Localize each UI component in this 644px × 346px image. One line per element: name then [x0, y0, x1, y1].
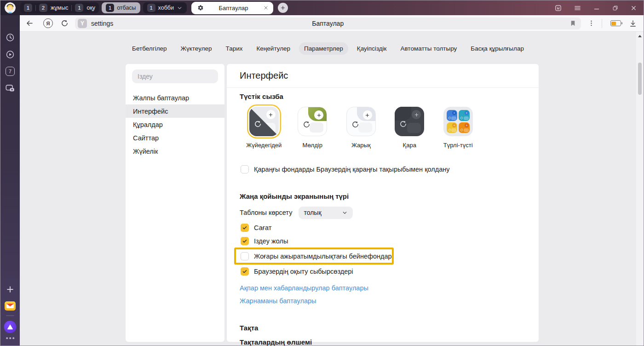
- history-icon[interactable]: [6, 33, 15, 42]
- page-title-center: Баптаулар: [75, 20, 581, 27]
- tab-group-3-label[interactable]: оқу: [86, 5, 95, 11]
- tableau-label: Таблоны көрсету: [240, 209, 292, 216]
- tab-autofill[interactable]: Автоматты толтыру: [395, 42, 462, 55]
- tabs-panel-icon[interactable]: [554, 4, 562, 12]
- scroll-up-arrow[interactable]: [638, 35, 642, 37]
- tab-group-1[interactable]: 1: [24, 4, 32, 12]
- option-label: Сағат: [254, 224, 271, 231]
- yandex-home-icon[interactable]: Я: [43, 18, 53, 28]
- active-tab-title: Баптаулар: [204, 5, 263, 12]
- settings-page: Бетбелгілер Жүктеулер Тарих Кеңейтулер П…: [20, 32, 644, 346]
- checkbox-unchecked[interactable]: [241, 165, 249, 173]
- plus-icon: [266, 110, 276, 119]
- browser-window: 1 2 жұмыс 1 оқу 1 отбасы 1 хобби Баптаул…: [0, 0, 644, 346]
- battery-icon[interactable]: [610, 20, 623, 26]
- checkbox-checked[interactable]: [241, 224, 249, 232]
- news-notifications-link[interactable]: Ақпар мен хабарландырулар баптаулары: [240, 282, 526, 294]
- yandex-mail-icon[interactable]: [5, 301, 16, 311]
- screenshot-icon[interactable]: [5, 83, 15, 93]
- group-divider: [71, 5, 72, 11]
- tab-counter-icon[interactable]: 7: [6, 67, 15, 76]
- tab-downloads[interactable]: Жүктеулер: [176, 42, 217, 55]
- sidebar-item-interface[interactable]: Интерфейс: [126, 104, 224, 118]
- toolbar-divider: [602, 19, 602, 28]
- ads-settings-link[interactable]: Жарнаманы баптаулары: [240, 294, 526, 307]
- url-text[interactable]: settings: [91, 20, 113, 27]
- tab-close-icon[interactable]: [263, 5, 269, 11]
- option-label: Қараңғы фондарды Браузердің қараңғы тақы…: [254, 166, 450, 173]
- theme-label: Мөлдір: [303, 142, 322, 149]
- scrollbar[interactable]: [636, 32, 644, 346]
- minimize-icon[interactable]: [593, 4, 600, 12]
- new-tab-options: Сағат Іздеу жолы Жоғары ажыратымдылықтағ…: [240, 221, 526, 278]
- checkbox-checked[interactable]: [241, 267, 249, 276]
- bookmark-icon[interactable]: [569, 20, 576, 27]
- sidebar-item-tools[interactable]: Құралдар: [126, 118, 224, 131]
- media-play-icon[interactable]: [6, 50, 15, 59]
- sidebar-item-system[interactable]: Жүйелік: [126, 144, 224, 158]
- theme-colorful[interactable]: Түрлі-түсті: [434, 107, 483, 149]
- search-bar-option: Іздеу жолы: [241, 234, 526, 248]
- sidebar-item-general[interactable]: Жалпы баптаулар: [126, 91, 224, 104]
- tab-strip: 1 2 жұмыс 1 оқу 1 отбасы 1 хобби Баптаул…: [0, 0, 644, 15]
- group-divider: [35, 5, 36, 11]
- refresh-icon: [399, 120, 407, 128]
- back-icon[interactable]: [25, 19, 34, 28]
- tab-other-devices[interactable]: Басқа құрылғылар: [466, 42, 529, 55]
- board-heading: Тақта: [240, 324, 526, 332]
- tab-group-4-count: 1: [106, 4, 114, 12]
- scrollbar-thumb[interactable]: [638, 63, 642, 95]
- settings-sidebar: Жалпы баптаулар Интерфейс Құралдар Сайтт…: [126, 64, 224, 342]
- restore-window-icon[interactable]: [612, 5, 619, 12]
- settings-menu: Жалпы баптаулар Интерфейс Құралдар Сайтт…: [126, 91, 224, 158]
- tab-group-3-count[interactable]: 1: [75, 4, 83, 12]
- settings-search[interactable]: [132, 69, 218, 83]
- rail-add-icon[interactable]: [6, 285, 15, 294]
- settings-gear-icon: [197, 5, 204, 11]
- tab-extensions[interactable]: Кеңейтулер: [252, 42, 296, 55]
- refresh-icon: [303, 121, 310, 128]
- tab-group-2-label[interactable]: жұмыс: [51, 5, 68, 11]
- plus-icon: [363, 110, 372, 120]
- search-input[interactable]: [138, 73, 213, 80]
- checkbox-unchecked[interactable]: [241, 252, 249, 260]
- new-tab-button[interactable]: [278, 3, 288, 13]
- theme-transparent[interactable]: Мөлдір: [288, 107, 337, 149]
- tab-settings[interactable]: Параметрлер: [299, 42, 348, 55]
- rail-more-icon[interactable]: [6, 337, 14, 339]
- kebab-menu-icon[interactable]: [587, 19, 595, 27]
- address-bar[interactable]: Y settings Баптаулар: [75, 17, 581, 29]
- tableau-select[interactable]: толық: [299, 207, 353, 219]
- page-title: Интерфейс: [227, 64, 539, 88]
- tab-group-selected[interactable]: 1 отбасы: [102, 2, 140, 13]
- tab-security[interactable]: Қауіпсіздік: [352, 42, 392, 55]
- downloads-icon[interactable]: [629, 19, 637, 28]
- tab-count: 7: [9, 69, 12, 74]
- refresh-icon[interactable]: [61, 19, 69, 27]
- profile-avatar[interactable]: [5, 2, 16, 13]
- option-label: Браузердің оқыту сыбырсөздері: [254, 268, 353, 275]
- theme-dark[interactable]: Қара: [385, 107, 434, 149]
- theme-light[interactable]: Жарық: [337, 107, 385, 149]
- rail-divider: [6, 315, 14, 316]
- active-tab[interactable]: Баптаулар: [191, 2, 273, 14]
- settings-main-panel: Интерфейс Түстік сызба Жүйедегідей: [227, 64, 539, 342]
- board-size-heading: Тақталардың өлшемі: [240, 338, 526, 346]
- alice-assistant-icon[interactable]: [4, 321, 17, 333]
- option-label: Іздеу жолы: [254, 237, 288, 245]
- theme-system[interactable]: Жүйедегідей: [240, 107, 288, 149]
- tab-group-hobby[interactable]: 1 хобби: [143, 2, 187, 13]
- browser-menu-icon[interactable]: [574, 4, 581, 12]
- tab-group-5-count: 1: [147, 4, 155, 12]
- tab-group-2-count[interactable]: 2: [39, 4, 47, 12]
- side-rail: 7: [0, 15, 20, 346]
- tab-bookmarks[interactable]: Бетбелгілер: [127, 42, 172, 55]
- sidebar-item-sites[interactable]: Сайттар: [126, 131, 224, 144]
- refresh-icon: [351, 121, 359, 128]
- close-window-icon[interactable]: [630, 5, 637, 12]
- highlighted-option-box: Жоғары ажыратымдылықтағы бейнефондар: [234, 248, 394, 265]
- plus-icon: [280, 5, 286, 11]
- tab-group-4-label: отбасы: [117, 5, 136, 11]
- tab-history[interactable]: Тарих: [221, 42, 248, 55]
- checkbox-checked[interactable]: [241, 237, 249, 245]
